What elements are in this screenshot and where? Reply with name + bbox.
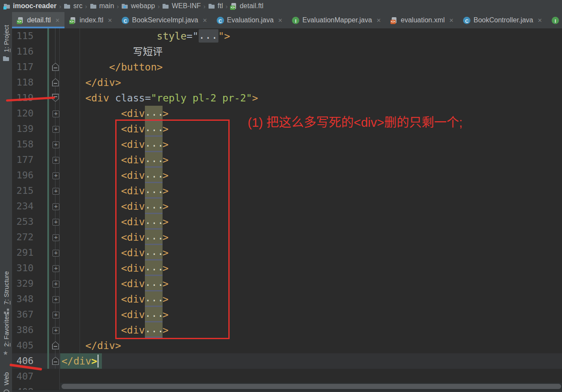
line-number: 215: [12, 183, 34, 199]
breadcrumb-item[interactable]: ftl: [208, 2, 223, 10]
folder-icon: [208, 3, 215, 10]
breadcrumb-separator-icon: ›: [203, 3, 206, 10]
star-icon: [3, 349, 10, 357]
tab-evaluation.xml[interactable]: evaluation.xml✕: [386, 12, 458, 28]
fold-marker-collapsed[interactable]: +: [52, 188, 59, 195]
line-number: 310: [12, 260, 34, 276]
code-token: ">: [218, 31, 230, 42]
line-number: 329: [12, 276, 34, 291]
code-line: 215+ <div...>: [12, 183, 562, 199]
fold-marker-collapsed[interactable]: +: [52, 250, 59, 257]
fold-marker-collapsed[interactable]: +: [52, 234, 59, 241]
editor-tab-bar: detail.ftl✕index.ftl✕BookServiceImpl.jav…: [12, 12, 562, 28]
code-line: 405 </div>: [12, 338, 562, 353]
tab-label: BookServiceImpl.java: [132, 16, 198, 24]
fold-marker-collapsed[interactable]: +: [52, 219, 59, 226]
toolwindow-web[interactable]: Web: [0, 372, 12, 392]
code-text: 写短评: [61, 44, 163, 59]
fold-marker-collapsed[interactable]: +: [52, 141, 59, 148]
code-text: </button>: [61, 59, 163, 75]
code-token: </div>: [85, 77, 121, 88]
fold-marker-collapsed[interactable]: +: [52, 296, 59, 303]
line-number: 348: [12, 291, 34, 307]
code-line: 329+ <div...>: [12, 276, 562, 291]
fold-marker-collapsed[interactable]: +: [52, 327, 59, 334]
fold-marker-expanded[interactable]: [52, 63, 59, 71]
code-editor[interactable]: 115 style="...">116 写短评117 </button>118 …: [12, 28, 562, 392]
code-text: <div class="reply pl-2 pr-2">: [61, 90, 258, 106]
file-type-icon: [292, 17, 299, 24]
code-token: =": [187, 31, 199, 42]
fold-marker-expanded[interactable]: [52, 341, 59, 349]
code-line: 196+ <div...>: [12, 168, 562, 183]
line-number: 367: [12, 307, 34, 322]
toolwindow-label: 7: Structure: [3, 271, 10, 305]
horizontal-scrollbar-track[interactable]: [60, 383, 562, 390]
code-line: 367+ <div...>: [12, 307, 562, 322]
close-tab-icon[interactable]: ✕: [203, 18, 207, 23]
close-tab-icon[interactable]: ✕: [376, 18, 381, 23]
breadcrumb-item[interactable]: main: [90, 2, 114, 10]
ftl-icon: [230, 3, 237, 10]
fold-marker-collapsed[interactable]: +: [52, 281, 59, 288]
fold-marker-collapsed[interactable]: +: [52, 312, 59, 318]
tab-BookController.java[interactable]: BookController.java✕: [458, 12, 547, 28]
fold-marker-collapsed[interactable]: +: [52, 265, 59, 272]
left-toolwindow-bar: 1: Project7: Structure2: FavoritesWeb: [0, 12, 12, 392]
breadcrumb-item[interactable]: webapp: [121, 2, 155, 10]
line-number: 158: [12, 137, 34, 152]
toolwindow-favorites[interactable]: 2: Favorites: [0, 313, 12, 357]
folder-icon: [90, 3, 97, 10]
tab-Ev[interactable]: Ev✕: [547, 12, 562, 28]
breadcrumb-label: main: [99, 2, 114, 10]
breadcrumb-label: ftl: [218, 2, 223, 10]
code-token: </div>: [85, 340, 121, 351]
fold-marker-collapsed[interactable]: +: [52, 157, 59, 164]
code-line: 253+ <div...>: [12, 214, 562, 230]
code-token: </button>: [109, 61, 163, 73]
tab-label: detail.ftl: [27, 16, 51, 24]
breadcrumb-item[interactable]: imooc-reader: [3, 2, 56, 10]
fold-marker-collapsed[interactable]: +: [52, 172, 59, 179]
fold-marker-expanded[interactable]: [52, 78, 59, 86]
close-tab-icon[interactable]: ✕: [278, 18, 283, 23]
fold-marker-collapsed[interactable]: +: [52, 126, 59, 133]
code-token: </div: [61, 355, 91, 367]
tab-Evaluation.java[interactable]: Evaluation.java✕: [212, 12, 287, 28]
tab-index.ftl[interactable]: index.ftl✕: [64, 12, 117, 28]
breadcrumb-item[interactable]: WEB-INF: [162, 2, 201, 10]
code-line: 117 </button>: [12, 59, 562, 75]
folded-code-placeholder[interactable]: ...: [145, 106, 163, 121]
fold-marker-expanded[interactable]: [52, 357, 59, 365]
web-icon: [3, 389, 10, 392]
close-tab-icon[interactable]: ✕: [537, 18, 542, 23]
toolwindow-structure[interactable]: 7: Structure: [0, 271, 12, 315]
close-tab-icon[interactable]: ✕: [107, 18, 112, 23]
code-line: 406</div>: [12, 353, 562, 369]
fold-marker-collapsed[interactable]: +: [52, 203, 59, 210]
breadcrumb-item[interactable]: src: [64, 2, 82, 10]
line-number: 405: [12, 338, 34, 353]
folded-code-placeholder[interactable]: ...: [199, 29, 218, 43]
code-token: 写短评: [133, 46, 163, 57]
toolwindow-project[interactable]: 1: Project: [0, 25, 12, 62]
vcs-change-stripe: [47, 28, 49, 369]
fold-marker-collapsed[interactable]: +: [52, 110, 59, 117]
close-tab-icon[interactable]: ✕: [55, 18, 60, 23]
code-text: </div>: [61, 338, 121, 353]
tab-EvaluationMapper.java[interactable]: EvaluationMapper.java✕: [287, 12, 386, 28]
text-caret: [98, 355, 98, 368]
code-token: =: [145, 92, 151, 104]
line-number: 177: [12, 152, 34, 168]
editor-bottom-edge: [12, 390, 562, 392]
code-token: >: [163, 108, 169, 119]
tab-detail.ftl[interactable]: detail.ftl✕: [12, 12, 64, 28]
code-line: 118 </div>: [12, 75, 562, 90]
breadcrumb-item[interactable]: detail.ftl: [230, 2, 263, 10]
horizontal-scrollbar-thumb[interactable]: [61, 384, 561, 389]
tab-BookServiceImpl.java[interactable]: BookServiceImpl.java✕: [117, 12, 212, 28]
breadcrumb-separator-icon: ›: [59, 3, 61, 10]
toolwindow-label: 1: Project: [3, 25, 10, 52]
line-number: 196: [12, 168, 34, 183]
close-tab-icon[interactable]: ✕: [449, 18, 454, 23]
